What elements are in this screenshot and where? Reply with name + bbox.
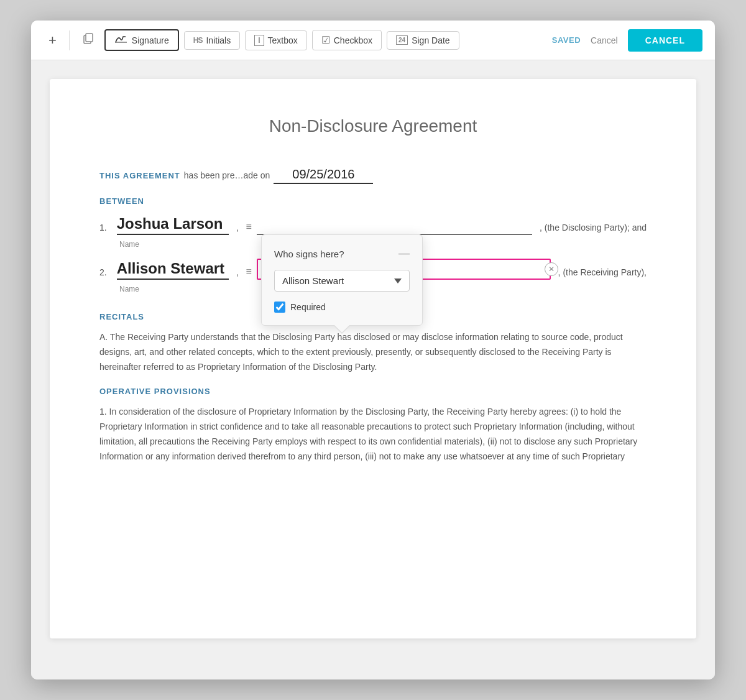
sig-close-button[interactable]: ✕ [545, 262, 558, 276]
required-label: Required [290, 302, 326, 312]
copy-icon [82, 32, 94, 45]
who-signs-select[interactable]: Allison Stewart Joshua Larson [274, 270, 410, 292]
popup-minimize-button[interactable]: — [398, 247, 410, 260]
party-1-name: Joshua Larson [117, 215, 229, 235]
party-1-num: 1. [99, 223, 107, 235]
signature-icon [114, 34, 128, 46]
party-2-name: Allison Stewart [117, 260, 229, 280]
party-1-align-icon: ≡ [246, 221, 252, 235]
signature-tool-label: Signature [132, 35, 169, 45]
who-signs-popup: Who signs here? — Allison Stewart Joshua… [261, 234, 423, 326]
checkbox-tool-button[interactable]: ☑ Checkbox [312, 30, 382, 50]
textbox-tool-button[interactable]: I Textbox [245, 30, 307, 50]
party-2-suffix: , (the Receiving Party), [558, 267, 647, 280]
initials-tool-label: Initials [206, 35, 231, 45]
popup-header: Who signs here? — [274, 247, 410, 260]
textbox-tool-label: Textbox [268, 35, 298, 45]
signdate-tool-button[interactable]: 24 Sign Date [387, 31, 459, 50]
party-2-name-label: Name [119, 285, 231, 293]
app-window: + Signature HS Initials I [31, 21, 715, 679]
operative-text: 1. In consideration of the disclosure of… [99, 405, 647, 464]
required-row: Required [274, 302, 410, 313]
recitals-text: A. The Receiving Party understands that … [99, 330, 647, 374]
signature-tool-button[interactable]: Signature [104, 29, 179, 51]
agreement-intro-row: THIS AGREEMENT has been pre…ade on 09/25… [99, 167, 647, 184]
checkbox-tool-label: Checkbox [334, 35, 372, 45]
checkbox-icon: ☑ [321, 34, 330, 46]
party-1-name-row: 1. Joshua Larson , ≡ , (the Disclosing P… [99, 215, 647, 235]
party-2-comma: , [236, 267, 239, 280]
party-1-suffix: , (the Disclosing Party); and [540, 223, 647, 235]
party-2-num: 2. [99, 267, 107, 280]
between-label: BETWEEN [99, 196, 647, 206]
cancel-button[interactable]: CANCEL [628, 29, 702, 52]
cancel-text-button[interactable]: Cancel [586, 33, 623, 48]
agreement-date: 09/25/2016 [274, 167, 373, 184]
textbox-icon: I [254, 35, 264, 46]
signdate-icon: 24 [396, 35, 408, 45]
initials-icon: HS [193, 36, 203, 45]
add-button[interactable]: + [44, 30, 62, 51]
party-2-align-icon: ≡ [246, 266, 252, 280]
document: Non-Disclosure Agreement THIS AGREEMENT … [50, 79, 696, 638]
party-1-comma: , [236, 223, 239, 235]
signdate-tool-label: Sign Date [412, 35, 449, 45]
saved-status: SAVED [552, 35, 581, 45]
agreement-intro-text: has been pre…ade on [184, 170, 270, 180]
toolbar: + Signature HS Initials I [31, 21, 715, 60]
required-checkbox[interactable] [274, 302, 285, 313]
operative-label: OPERATIVE PROVISIONS [99, 387, 647, 396]
agreement-label: THIS AGREEMENT [99, 171, 180, 180]
party-1-name-label: Name [119, 240, 231, 249]
doc-area: Non-Disclosure Agreement THIS AGREEMENT … [31, 60, 715, 679]
copy-button[interactable] [77, 30, 99, 50]
party-1-sig-line [257, 216, 532, 235]
initials-tool-button[interactable]: HS Initials [184, 31, 240, 50]
svg-rect-1 [86, 34, 93, 42]
popup-title: Who signs here? [274, 249, 344, 259]
party-1-sig-area: ≡ [246, 216, 532, 235]
document-title: Non-Disclosure Agreement [99, 116, 647, 136]
toolbar-divider [69, 30, 70, 50]
